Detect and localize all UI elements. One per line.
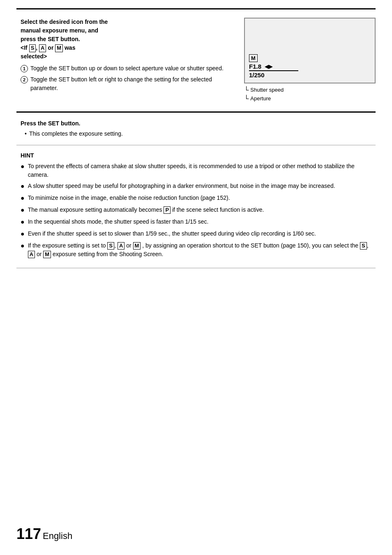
hint-item7-mid: , by assigning an operation shortcut to … <box>142 242 358 249</box>
cam-aperture-row: F1.8 ◀▶ <box>249 63 298 70</box>
hint-item-5: ● In the sequential shots mode, the shut… <box>21 217 371 227</box>
heading-line3: press the SET button. <box>21 36 80 42</box>
cam-labels: └ Shutter speed └ Aperture <box>244 86 376 103</box>
hint-item-7: ● If the exposure setting is set to S, A… <box>21 241 371 259</box>
step-1-num: 1 <box>21 65 28 72</box>
cam-arrow: ◀▶ <box>265 63 273 69</box>
page-language: English <box>43 531 72 541</box>
hint-text-2: A slow shutter speed may be useful for p… <box>28 182 335 190</box>
cam-divider <box>249 70 298 71</box>
hint-item-4: ● The manual exposure setting automatica… <box>21 206 371 215</box>
press-set-text: This completes the exposure setting. <box>29 130 123 138</box>
hint-bullet-2: ● <box>21 181 25 191</box>
hint-list: ● To prevent the effects of camera shake… <box>21 162 371 259</box>
section-press-set: Press the SET button. • This completes t… <box>16 113 376 146</box>
bullet-dot: • <box>25 130 27 138</box>
cam-mode: M <box>249 54 258 62</box>
heading-was: was <box>65 44 75 51</box>
hint-s-icon1: S <box>107 242 114 250</box>
step-2: 2 Toggle the SET button left or right to… <box>21 75 236 92</box>
hint-item4-pre: The manual exposure setting automaticall… <box>28 206 162 213</box>
hint-p-icon: P <box>164 206 171 214</box>
heading-or: or <box>48 44 53 51</box>
step-2-num: 2 <box>21 76 28 83</box>
heading-line5: selected> <box>21 53 47 60</box>
heading-line1: Select the desired icon from the <box>21 18 108 25</box>
footer: 117 English <box>16 525 72 543</box>
hint-a-icon2: A <box>28 251 35 259</box>
cam-values: F1.8 ◀▶ 1/250 <box>249 63 298 79</box>
hint-a-icon1: A <box>118 242 125 250</box>
camera-screen: M F1.8 ◀▶ 1/250 <box>244 18 376 83</box>
step-list: 1 Toggle the SET button up or down to se… <box>21 64 236 92</box>
heading-pre: <If <box>21 44 28 51</box>
section-instructions: Select the desired icon from the manual … <box>16 18 236 95</box>
section-top: Select the desired icon from the manual … <box>16 8 376 113</box>
camera-inner: M F1.8 ◀▶ 1/250 <box>249 54 298 79</box>
hint-text-6: Even if the shutter speed is set to slow… <box>28 229 316 238</box>
shutter-label-text: Shutter speed <box>250 86 284 95</box>
step-1: 1 Toggle the SET button up or down to se… <box>21 64 236 73</box>
a-icon-box: A <box>39 44 46 52</box>
hint-bullet-5: ● <box>21 217 25 227</box>
cam-aperture: F1.8 <box>249 63 261 70</box>
hint-bullet-3: ● <box>21 193 25 203</box>
hint-m-icon1: M <box>133 242 141 250</box>
label-shutter: └ Shutter speed <box>244 86 376 95</box>
hint-item-1: ● To prevent the effects of camera shake… <box>21 162 371 179</box>
hint-bullet-7: ● <box>21 241 25 251</box>
hint-bullet-6: ● <box>21 229 25 239</box>
hint-item7-pre: If the exposure setting is set to <box>28 242 106 249</box>
heading-line2: manual exposure menu, and <box>21 27 98 34</box>
cam-shutter: 1/250 <box>249 72 265 79</box>
step-1-text: Toggle the SET button up or down to sele… <box>30 64 224 73</box>
hint-item-6: ● Even if the shutter speed is set to sl… <box>21 229 371 239</box>
section-heading: Select the desired icon from the manual … <box>21 18 236 61</box>
section-hint: HINT ● To prevent the effects of camera … <box>16 146 376 268</box>
hint-s-icon2: S <box>360 242 367 250</box>
hint-text-3: To minimize noise in the image, enable t… <box>28 194 230 202</box>
hint-item7-end: exposure setting from the Shooting Scree… <box>53 251 163 257</box>
hint-text-1: To prevent the effects of camera shake a… <box>28 162 371 179</box>
press-set-heading: Press the SET button. <box>21 119 371 128</box>
section-camera-display: M F1.8 ◀▶ 1/250 └ Shutter speed <box>244 18 376 103</box>
cam-shutter-row: 1/250 <box>249 72 298 79</box>
hint-text-4: The manual exposure setting automaticall… <box>28 206 264 214</box>
label-line-shutter: └ <box>244 88 249 93</box>
hint-item-2: ● A slow shutter speed may be useful for… <box>21 182 371 191</box>
hint-text-7: If the exposure setting is set to S, A o… <box>28 241 371 259</box>
page-number: 117 <box>16 525 41 542</box>
label-aperture: └ Aperture <box>244 95 376 103</box>
s-icon-box: S <box>29 44 36 52</box>
m-icon-box: M <box>55 44 63 52</box>
press-set-bullet: • This completes the exposure setting. <box>25 130 371 138</box>
step-2-text: Toggle the SET button left or right to c… <box>30 75 236 92</box>
hint-title: HINT <box>21 152 371 159</box>
label-line-aperture: └ <box>244 96 249 102</box>
aperture-label-text: Aperture <box>250 95 271 103</box>
hint-bullet-4: ● <box>21 205 25 215</box>
hint-bullet-1: ● <box>21 162 25 171</box>
hint-item4-suf: if the scene select function is active. <box>172 206 264 213</box>
hint-m-icon2: M <box>43 251 51 259</box>
heading-line4: <If S, A or M was <box>21 44 75 51</box>
hint-text-5: In the sequential shots mode, the shutte… <box>28 217 209 226</box>
hint-item-3: ● To minimize noise in the image, enable… <box>21 194 371 203</box>
